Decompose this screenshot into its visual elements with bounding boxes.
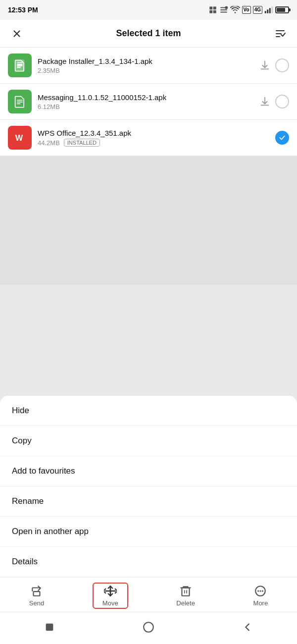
delete-button[interactable]: Delete [166,583,205,609]
svg-rect-18 [182,588,190,596]
svg-rect-8 [271,6,273,13]
volte-icon: Vo [242,6,251,14]
file-item-2[interactable]: Messaging_11.0.1.52_11000152-1.apk 6.12M… [0,84,297,120]
svg-rect-15 [17,104,20,105]
file-info-3: WPS Office_12.3.4_351.apk 44.2MB INSTALL… [38,129,275,147]
home-nav-button[interactable] [139,617,158,637]
nav-bar [0,612,297,644]
wifi-icon [230,6,240,14]
file-icon-1 [8,54,32,77]
file-name-2: Messaging_11.0.1.52_11000152-1.apk [38,93,259,102]
download-icon-2 [259,96,270,107]
select-circle-2[interactable] [275,95,289,108]
status-time: 12:53 PM [8,6,38,14]
file-icon-2 [8,90,32,113]
file-list: Package Installer_1.3.4_134-1.apk 2.35MB… [0,48,297,156]
file-actions-3 [275,131,289,145]
move-label: Move [102,599,118,607]
file-icon-3: W [8,126,32,150]
file-name-3: WPS Office_12.3.4_351.apk [38,129,275,137]
battery-icon: 77 [275,6,289,13]
menu-item-details[interactable]: Details [0,547,297,577]
svg-text:W: W [15,133,23,142]
back-nav-button[interactable] [238,617,257,637]
menu-item-hide[interactable]: Hide [0,396,297,426]
file-meta-1: 2.35MB [38,67,259,74]
more-button[interactable]: More [244,583,278,609]
status-bar: 12:53 PM Vo 4G [0,0,297,20]
svg-rect-0 [209,6,212,9]
svg-point-4 [225,6,228,9]
more-label: More [253,599,268,607]
4g-icon: 4G [253,6,262,14]
svg-rect-10 [17,64,23,65]
svg-rect-6 [267,9,268,13]
file-info-1: Package Installer_1.3.4_134-1.apk 2.35MB [38,57,259,74]
send-label: Send [29,599,44,607]
send-button[interactable]: Send [19,583,54,609]
file-meta-3: 44.2MB INSTALLED [38,139,275,147]
delete-label: Delete [176,599,195,607]
svg-rect-12 [17,67,20,68]
bottom-sheet: Hide Copy Add to favourites Rename Open … [0,396,297,644]
svg-point-21 [260,590,261,591]
file-item-1[interactable]: Package Installer_1.3.4_134-1.apk 2.35MB [0,48,297,84]
notification-icon [208,5,217,14]
svg-rect-5 [265,11,266,13]
svg-rect-7 [269,8,271,13]
svg-rect-11 [17,65,23,66]
file-size-1: 2.35MB [38,67,60,74]
app-bar: Selected 1 item [0,20,297,48]
svg-rect-13 [17,100,23,101]
menu-item-rename[interactable]: Rename [0,486,297,517]
file-actions-1 [259,58,289,72]
notification-icon-2 [219,5,228,14]
svg-rect-1 [213,6,216,9]
file-item-3[interactable]: W WPS Office_12.3.4_351.apk 44.2MB INSTA… [0,120,297,156]
file-meta-2: 6.12MB [38,103,259,110]
svg-rect-14 [17,102,23,103]
status-icons: Vo 4G 77 [208,5,289,14]
app-bar-title: Selected 1 item [116,28,181,39]
svg-point-24 [144,622,153,632]
signal-icon [264,6,273,13]
file-info-2: Messaging_11.0.1.52_11000152-1.apk 6.12M… [38,93,259,110]
svg-point-22 [262,590,263,591]
menu-item-copy[interactable]: Copy [0,426,297,456]
svg-point-20 [257,590,259,591]
svg-rect-17 [34,591,40,596]
download-icon-1 [259,60,270,71]
file-actions-2 [259,95,289,108]
close-button[interactable] [8,25,26,43]
file-name-1: Package Installer_1.3.4_134-1.apk [38,57,259,65]
file-size-2: 6.12MB [38,103,60,110]
file-size-3: 44.2MB [38,139,60,147]
empty-area [0,156,297,285]
menu-item-add-favourites[interactable]: Add to favourites [0,456,297,486]
select-circle-1[interactable] [275,58,289,72]
context-menu: Hide Copy Add to favourites Rename Open … [0,396,297,577]
svg-rect-23 [46,624,53,631]
menu-item-open-another-app[interactable]: Open in another app [0,517,297,547]
select-menu-button[interactable] [271,25,289,43]
installed-badge-3: INSTALLED [64,139,100,147]
svg-rect-2 [209,10,212,13]
select-circle-3[interactable] [275,131,289,145]
bottom-action-bar: Send Move Delete [0,577,297,612]
move-button[interactable]: Move [93,583,128,609]
svg-rect-3 [213,10,216,13]
square-nav-button[interactable] [40,617,59,637]
